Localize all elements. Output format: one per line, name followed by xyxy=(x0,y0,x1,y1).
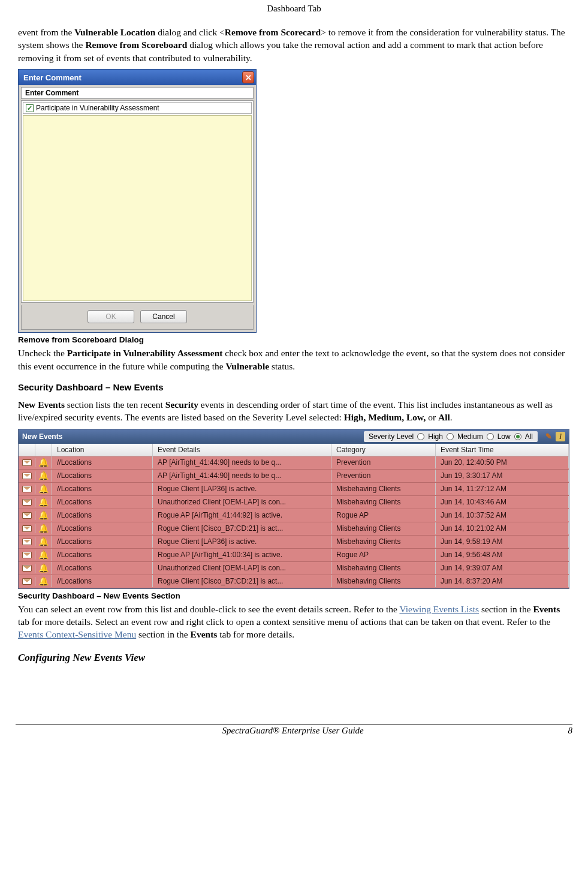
figure-caption-2: Security Dashboard – New Events Section xyxy=(18,591,570,600)
participate-checkbox-row[interactable]: ✓ Participate in Vulnerability Assessmen… xyxy=(23,102,252,114)
bell-icon: 🔔 xyxy=(38,524,49,533)
bell-icon: 🔔 xyxy=(38,484,49,494)
radio-all[interactable] xyxy=(514,433,521,440)
ok-button[interactable]: OK xyxy=(88,310,134,323)
col-category[interactable]: Category xyxy=(331,444,436,456)
text-bold: Remove from Scorecard xyxy=(225,27,321,37)
table-row[interactable]: 🔔//LocationsRogue AP [AirTight_41:44:92]… xyxy=(19,509,569,522)
close-button[interactable]: ✕ xyxy=(242,71,254,83)
text-bold: Events xyxy=(533,604,560,614)
table-row[interactable]: 🔔//LocationsAP [AirTight_41:44:90] needs… xyxy=(19,456,569,470)
cell-event-details: Rogue Client [LAP36] is active. xyxy=(153,483,331,495)
dialog-button-row: OK Cancel xyxy=(21,305,254,330)
text-bold: Participate in Vulnerability Assessment xyxy=(67,348,223,358)
cell-category: Misbehaving Clients xyxy=(331,536,436,548)
cell-category: Misbehaving Clients xyxy=(331,575,436,587)
bell-cell: 🔔 xyxy=(35,536,52,548)
cell-location: //Locations xyxy=(52,549,153,561)
bell-cell: 🔔 xyxy=(35,575,52,587)
cell-event-details: Unauthorized Client [OEM-LAP] is con... xyxy=(153,562,331,574)
table-row[interactable]: 🔔//LocationsUnauthorized Client [OEM-LAP… xyxy=(19,496,569,509)
text: or xyxy=(426,412,438,422)
new-events-titlebar: New Events Severity Level High Medium Lo… xyxy=(19,429,569,444)
cell-location: //Locations xyxy=(52,522,153,534)
col-event-start-time[interactable]: Event Start Time xyxy=(436,444,569,456)
cell-time: Jun 14, 10:21:02 AM xyxy=(436,522,569,534)
enter-comment-dialog: Enter Comment ✕ Enter Comment ✓ Particip… xyxy=(18,69,257,333)
mail-icon xyxy=(22,499,32,506)
info-icon[interactable]: i xyxy=(556,432,565,441)
radio-all-label: All xyxy=(525,432,533,441)
table-row[interactable]: 🔔//LocationsRogue Client [LAP36] is acti… xyxy=(19,536,569,549)
bell-cell: 🔔 xyxy=(35,562,52,574)
cell-location: //Locations xyxy=(52,575,153,587)
text: event from the xyxy=(18,27,74,37)
bell-cell: 🔔 xyxy=(35,496,52,508)
text: section lists the ten recent xyxy=(65,399,165,410)
cell-time: Jun 14, 11:27:12 AM xyxy=(436,483,569,495)
mail-icon xyxy=(22,578,32,585)
comment-textarea[interactable] xyxy=(23,115,252,301)
cell-event-details: Rogue AP [AirTight_41:00:34] is active. xyxy=(153,549,331,561)
mail-icon xyxy=(22,473,32,479)
link-viewing-events-lists[interactable]: Viewing Events Lists xyxy=(399,604,479,614)
cell-category: Misbehaving Clients xyxy=(331,522,436,534)
text-bold: Remove from Scoreboard xyxy=(85,40,187,50)
table-row[interactable]: 🔔//LocationsRogue Client [Cisco_B7:CD:21… xyxy=(19,522,569,536)
checkbox-label: Participate in Vulnerability Assessment xyxy=(36,104,159,112)
mail-icon xyxy=(22,539,32,545)
radio-medium-label: Medium xyxy=(457,432,483,441)
severity-label: Severity Level xyxy=(369,432,414,441)
cell-category: Rogue AP xyxy=(331,549,436,561)
heading-configuring-view: Configuring New Events View xyxy=(18,652,570,664)
radio-high[interactable] xyxy=(417,433,424,440)
bell-cell: 🔔 xyxy=(35,483,52,495)
bell-icon: 🔔 xyxy=(38,563,49,573)
bell-icon: 🔔 xyxy=(38,550,49,560)
edit-icon[interactable]: ✎ xyxy=(544,432,553,441)
cell-location: //Locations xyxy=(52,496,153,508)
col-event-details[interactable]: Event Details xyxy=(153,444,331,456)
cell-category: Misbehaving Clients xyxy=(331,496,436,508)
bell-cell: 🔔 xyxy=(35,509,52,521)
figure-caption-1: Remove from Scoreboard Dialog xyxy=(18,335,570,344)
paragraph-4: You can select an event row from this li… xyxy=(18,603,570,641)
cell-category: Prevention xyxy=(331,456,436,468)
col-icon1 xyxy=(19,444,35,456)
mail-cell xyxy=(19,485,35,494)
bell-cell: 🔔 xyxy=(35,456,52,468)
table-row[interactable]: 🔔//LocationsRogue Client [LAP36] is acti… xyxy=(19,483,569,496)
radio-low-label: Low xyxy=(497,432,511,441)
cell-category: Rogue AP xyxy=(331,509,436,521)
text-bold: Events xyxy=(191,629,218,639)
cancel-button[interactable]: Cancel xyxy=(140,310,187,323)
dialog-body: ✓ Participate in Vulnerability Assessmen… xyxy=(21,100,254,303)
mail-cell xyxy=(19,511,35,520)
radio-medium[interactable] xyxy=(447,433,454,440)
table-row[interactable]: 🔔//LocationsRogue AP [AirTight_41:00:34]… xyxy=(19,549,569,562)
radio-low[interactable] xyxy=(487,433,494,440)
mail-cell xyxy=(19,551,35,560)
severity-level-group: Severity Level High Medium Low All xyxy=(364,431,538,442)
link-context-menu[interactable]: Events Context-Sensitive Menu xyxy=(18,629,136,639)
table-row[interactable]: 🔔//LocationsUnauthorized Client [OEM-LAP… xyxy=(19,562,569,575)
close-icon: ✕ xyxy=(245,73,252,82)
table-row[interactable]: 🔔//LocationsAP [AirTight_41:44:90] needs… xyxy=(19,470,569,483)
text: tab for more details. Select an event ro… xyxy=(18,617,550,627)
cell-location: //Locations xyxy=(52,483,153,495)
col-location[interactable]: Location xyxy=(52,444,153,456)
table-header: Location Event Details Category Event St… xyxy=(19,444,569,456)
table-row[interactable]: 🔔//LocationsRogue Client [Cisco_B7:CD:21… xyxy=(19,575,569,588)
cell-event-details: AP [AirTight_41:44:90] needs to be q... xyxy=(153,456,331,468)
cell-time: Jun 14, 9:39:07 AM xyxy=(436,562,569,574)
page-footer: . SpectraGuard® Enterprise User Guide 8 xyxy=(16,724,572,736)
cell-event-details: Rogue Client [Cisco_B7:CD:21] is act... xyxy=(153,575,331,587)
bell-icon: 🔔 xyxy=(38,471,49,480)
new-events-panel: New Events Severity Level High Medium Lo… xyxy=(18,429,569,589)
footer-page-number: 8 xyxy=(568,726,572,736)
cell-location: //Locations xyxy=(52,509,153,521)
cell-time: Jun 14, 10:43:46 AM xyxy=(436,496,569,508)
mail-icon xyxy=(22,512,32,519)
cell-location: //Locations xyxy=(52,536,153,548)
cell-time: Jun 19, 3:30:17 AM xyxy=(436,470,569,482)
